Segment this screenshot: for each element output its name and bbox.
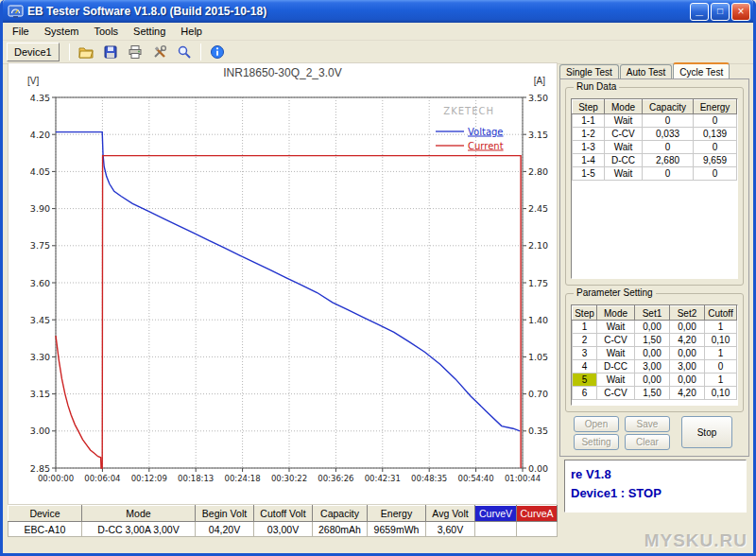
cell[interactable]: Wait	[597, 321, 635, 334]
cell[interactable]: C-CV	[597, 334, 635, 347]
app-window: EB Tester Software V1.8.0 (Build 2015-10…	[0, 0, 756, 556]
device1-button[interactable]: Device1	[7, 43, 60, 61]
cell[interactable]: 9,659	[694, 154, 737, 167]
run-data-row[interactable]: 1-2 C-CV 0,033 0,139	[573, 128, 737, 141]
parameter-table-wrap: Step Mode Set1 Set2 Cutoff 1 Wait 0,00	[571, 304, 738, 406]
svg-text:00:54:40: 00:54:40	[458, 474, 494, 483]
cell[interactable]: 4	[573, 360, 597, 374]
cell[interactable]: 1	[705, 321, 737, 334]
clear-button[interactable]: Clear	[625, 434, 670, 450]
cell[interactable]: 0	[694, 167, 737, 181]
col-header: Mode	[605, 100, 643, 114]
cell[interactable]: 0,00	[670, 347, 705, 360]
svg-text:4.35: 4.35	[30, 93, 50, 103]
maximize-icon: □	[717, 7, 723, 16]
highlighted-step-cell[interactable]: 5	[573, 374, 597, 387]
cell[interactable]: 0	[694, 114, 737, 128]
cell[interactable]: 0	[643, 114, 694, 128]
cell[interactable]: 1	[705, 374, 737, 387]
minimize-button[interactable]: —	[690, 3, 709, 21]
cell[interactable]: 4,20	[670, 334, 705, 347]
open-button[interactable]	[75, 42, 97, 62]
svg-text:3.90: 3.90	[30, 203, 50, 214]
cell[interactable]: 1-3	[573, 141, 605, 154]
cell[interactable]: 1-4	[573, 154, 605, 167]
cell[interactable]: Wait	[605, 114, 643, 128]
cell[interactable]: 0	[643, 141, 694, 154]
cell[interactable]: Wait	[597, 374, 635, 387]
cell[interactable]: Wait	[605, 141, 643, 154]
zoom-button[interactable]	[173, 42, 196, 62]
cell[interactable]: 2,680	[643, 154, 694, 167]
stop-button[interactable]: Stop	[681, 416, 732, 448]
cell[interactable]: C-CV	[605, 128, 643, 141]
menu-help[interactable]: Help	[173, 24, 210, 39]
open-run-button[interactable]: Open	[574, 416, 619, 432]
parameter-row[interactable]: 4 D-CC 3,00 3,00 0	[573, 360, 737, 374]
setting-button[interactable]: Setting	[574, 434, 619, 450]
cell[interactable]: 1,50	[635, 334, 670, 347]
menu-tools[interactable]: Tools	[86, 24, 126, 39]
cell[interactable]: Wait	[605, 167, 643, 181]
menu-setting[interactable]: Setting	[126, 24, 173, 39]
run-data-row[interactable]: 1-5 Wait 0 0	[573, 167, 737, 181]
cell[interactable]: 0	[643, 167, 694, 181]
col-header: Begin Volt	[196, 506, 254, 522]
site-watermark: MYSKU.RU	[644, 530, 747, 551]
tab-cycle-test[interactable]: Cycle Test	[673, 62, 730, 78]
cell[interactable]: 1-2	[573, 128, 605, 141]
parameter-row[interactable]: 6 C-CV 1,50 4,20 0,10	[573, 387, 737, 400]
print-button[interactable]	[124, 42, 146, 62]
run-data-row[interactable]: 1-1 Wait 0 0	[573, 114, 737, 128]
svg-text:Voltage: Voltage	[468, 127, 504, 137]
parameter-row[interactable]: 1 Wait 0,00 0,00 1	[573, 321, 737, 334]
close-button[interactable]: ×	[731, 3, 750, 21]
cell[interactable]: 1-1	[573, 114, 605, 128]
col-header: Cutoff Volt	[254, 506, 313, 522]
cell[interactable]: 0,00	[635, 321, 670, 334]
cell[interactable]: 1	[705, 347, 737, 360]
menu-file[interactable]: File	[5, 24, 37, 39]
cell[interactable]: Wait	[597, 347, 635, 360]
tools-button[interactable]	[148, 42, 171, 62]
save-run-button[interactable]: Save	[625, 416, 670, 432]
cell[interactable]: 0,139	[694, 128, 737, 141]
cell[interactable]: 0,00	[635, 347, 670, 360]
cell[interactable]: 2	[573, 334, 597, 347]
run-data-row[interactable]: 1-3 Wait 0 0	[573, 141, 737, 154]
cell[interactable]: 3,00	[635, 360, 670, 374]
parameter-row-highlighted[interactable]: 5 Wait 0,00 0,00 1	[573, 374, 737, 387]
menu-system[interactable]: System	[37, 24, 87, 39]
cell[interactable]: 0	[694, 141, 737, 154]
svg-text:2.45: 2.45	[528, 203, 548, 214]
cell[interactable]: 0,00	[635, 374, 670, 387]
cell[interactable]: 3	[573, 347, 597, 360]
svg-text:0.00: 0.00	[528, 463, 548, 474]
cell[interactable]: 1	[573, 321, 597, 334]
cell[interactable]: 3,00	[670, 360, 705, 374]
cell[interactable]: C-CV	[597, 387, 635, 400]
save-button[interactable]	[99, 42, 122, 62]
col-header: Set2	[670, 306, 705, 321]
cell[interactable]: 0,00	[670, 321, 705, 334]
cell[interactable]: 0,00	[670, 374, 705, 387]
cell[interactable]: D-CC	[605, 154, 643, 167]
info-button[interactable]	[206, 42, 229, 62]
maximize-button[interactable]: □	[711, 3, 730, 21]
cell[interactable]: 0,10	[705, 334, 737, 347]
cell[interactable]: D-CC	[597, 360, 635, 374]
cell[interactable]: 0	[705, 360, 737, 374]
cell[interactable]: 4,20	[670, 387, 705, 400]
run-data-row[interactable]: 1-4 D-CC 2,680 9,659	[573, 154, 737, 167]
run-data-table-wrap: Step Mode Capacity Energy 1-1 Wait 0 0	[571, 98, 738, 279]
cell[interactable]: 0,10	[705, 387, 737, 400]
cell[interactable]: 0,033	[643, 128, 694, 141]
parameter-row[interactable]: 3 Wait 0,00 0,00 1	[573, 347, 737, 360]
capacity-cell: 2680mAh	[313, 522, 368, 537]
open-folder-icon	[78, 44, 94, 60]
close-icon: ×	[737, 6, 744, 17]
cell[interactable]: 1-5	[573, 167, 605, 181]
cell[interactable]: 6	[573, 387, 597, 400]
parameter-row[interactable]: 2 C-CV 1,50 4,20 0,10	[573, 334, 737, 347]
cell[interactable]: 1,50	[635, 387, 670, 400]
